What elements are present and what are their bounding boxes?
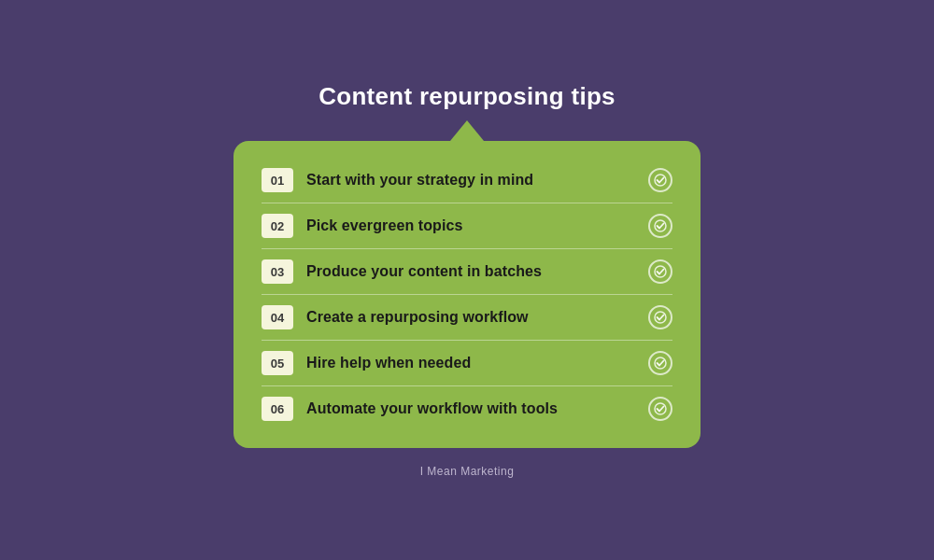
item-number-6: 06 bbox=[262, 397, 293, 421]
page-title: Content repurposing tips bbox=[318, 82, 616, 111]
list-item: 02 Pick evergreen topics bbox=[262, 203, 672, 249]
list-item: 01 Start with your strategy in mind bbox=[262, 158, 672, 203]
triangle-pointer bbox=[450, 120, 484, 141]
check-icon-5 bbox=[648, 351, 672, 375]
item-number-1: 01 bbox=[262, 168, 293, 192]
tips-card: 01 Start with your strategy in mind 02 P… bbox=[234, 141, 700, 448]
check-icon-2 bbox=[648, 214, 672, 238]
list-item: 06 Automate your workflow with tools bbox=[262, 386, 672, 431]
item-number-5: 05 bbox=[262, 351, 293, 375]
check-icon-3 bbox=[648, 259, 672, 284]
item-number-2: 02 bbox=[262, 214, 293, 238]
item-label-4: Create a repurposing workflow bbox=[306, 309, 639, 326]
item-number-4: 04 bbox=[262, 305, 293, 329]
item-label-3: Produce your content in batches bbox=[306, 263, 639, 280]
list-item: 05 Hire help when needed bbox=[262, 341, 672, 386]
item-number-3: 03 bbox=[262, 259, 293, 284]
footer-text: I Mean Marketing bbox=[420, 465, 515, 478]
item-label-2: Pick evergreen topics bbox=[306, 217, 639, 234]
check-icon-6 bbox=[648, 397, 672, 421]
list-item: 04 Create a repurposing workflow bbox=[262, 295, 672, 341]
check-icon-4 bbox=[648, 305, 672, 329]
check-icon-1 bbox=[648, 168, 672, 192]
item-label-6: Automate your workflow with tools bbox=[306, 400, 639, 417]
item-label-5: Hire help when needed bbox=[306, 355, 639, 371]
list-item: 03 Produce your content in batches bbox=[262, 249, 672, 295]
item-label-1: Start with your strategy in mind bbox=[306, 172, 639, 189]
